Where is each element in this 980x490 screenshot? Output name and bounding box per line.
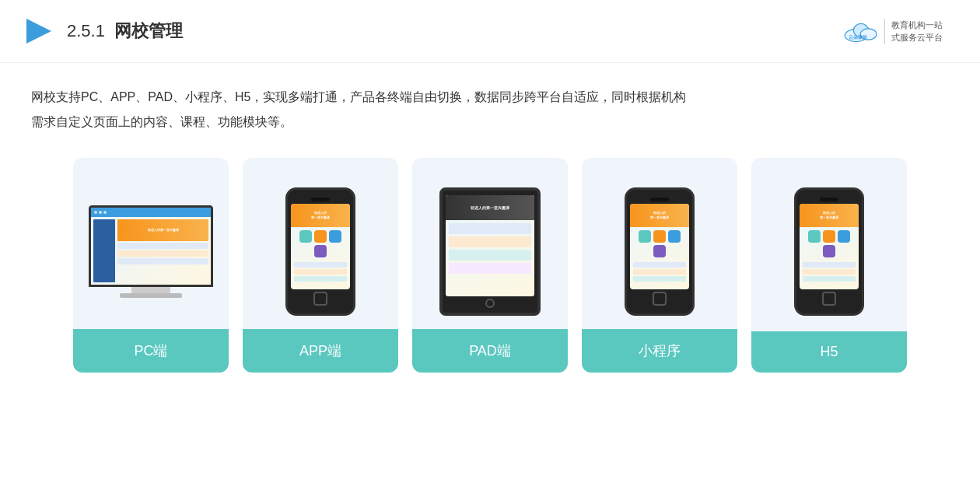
description-line2: 需求自定义页面上的内容、课程、功能模块等。 [31, 110, 949, 135]
section-title: 网校管理 [114, 21, 183, 40]
mock-phone-h5: 轻进人的第一堂兴趣课 [794, 187, 864, 316]
card-image-h5: 轻进人的第一堂兴趣课 [751, 173, 907, 329]
card-label-pc: PC端 [73, 329, 229, 373]
page-title: 2.5.1 网校管理 [67, 19, 183, 43]
card-label-app: APP端 [243, 329, 398, 373]
card-image-pc: 轻进人的第一堂兴趣课 [73, 173, 229, 329]
section-icon [23, 16, 54, 47]
logo-icon: 云朵课堂 [842, 17, 880, 45]
card-mini: 轻进人的第一堂兴趣课 [582, 158, 737, 373]
card-label-h5: H5 [751, 331, 907, 373]
card-app: 轻进人的第一堂兴趣课 [243, 158, 398, 373]
logo-area: 云朵课堂 教育机构一站 式服务云平台 [836, 14, 949, 48]
svg-marker-0 [26, 19, 51, 44]
page-container: 2.5.1 网校管理 云朵课堂 教育机构一站 式服务云平台 网校支 [0, 0, 980, 490]
section-number: 2.5.1 [67, 21, 105, 40]
description: 网校支持PC、APP、PAD、小程序、H5，实现多端打通，产品各终端自由切换，数… [0, 63, 980, 150]
description-line1: 网校支持PC、APP、PAD、小程序、H5，实现多端打通，产品各终端自由切换，数… [31, 85, 949, 110]
logo-tagline-2: 式服务云平台 [891, 31, 943, 44]
header: 2.5.1 网校管理 云朵课堂 教育机构一站 式服务云平台 [0, 0, 980, 63]
card-image-app: 轻进人的第一堂兴趣课 [243, 173, 398, 329]
logo-cloud: 云朵课堂 教育机构一站 式服务云平台 [836, 14, 949, 48]
mock-pc-screen: 轻进人的第一堂兴趣课 [89, 205, 213, 287]
card-pc: 轻进人的第一堂兴趣课 PC端 [73, 158, 229, 373]
mock-pc: 轻进人的第一堂兴趣课 [89, 205, 213, 298]
card-label-pad: PAD端 [412, 329, 568, 373]
card-pad: 轻进人的第一堂兴趣课 PAD端 [412, 158, 568, 373]
logo-tagline: 教育机构一站 式服务云平台 [884, 19, 943, 44]
mock-phone-mini: 轻进人的第一堂兴趣课 [625, 187, 695, 316]
mock-phone-app: 轻进人的第一堂兴趣课 [285, 187, 355, 316]
logo-tagline-1: 教育机构一站 [891, 19, 943, 32]
mock-tablet-pad: 轻进人的第一堂兴趣课 [439, 187, 541, 316]
card-image-pad: 轻进人的第一堂兴趣课 [412, 173, 568, 329]
cards-section: 轻进人的第一堂兴趣课 PC端 [0, 150, 980, 396]
card-label-mini: 小程序 [582, 329, 737, 373]
svg-text:云朵课堂: 云朵课堂 [849, 34, 867, 40]
card-h5: 轻进人的第一堂兴趣课 [751, 158, 907, 373]
header-left: 2.5.1 网校管理 [23, 16, 183, 47]
card-image-mini: 轻进人的第一堂兴趣课 [582, 173, 737, 329]
